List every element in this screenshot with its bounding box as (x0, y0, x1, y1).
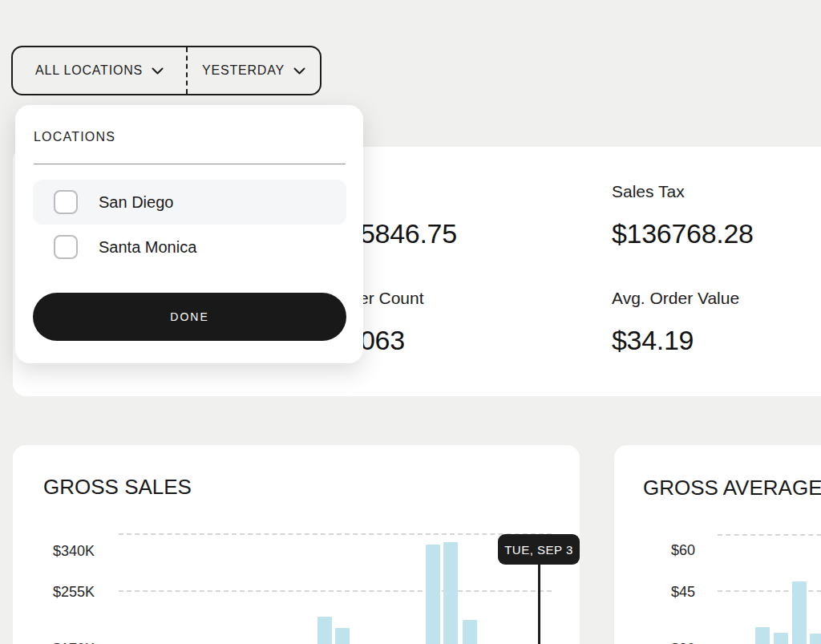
date-filter-label: YESTERDAY (202, 63, 285, 78)
filter-bar: ALL LOCATIONS YESTERDAY (11, 46, 322, 95)
dashboard-page: 5846.75 er Count 063 Sales Tax $136768.2… (0, 0, 821, 644)
gridline-340k (119, 533, 552, 535)
stat-avg-order-value-label: Avg. Order Value (612, 289, 739, 308)
location-option-santa-monica[interactable]: Santa Monica (33, 225, 346, 269)
stat-sales-tax-label: Sales Tax (612, 182, 685, 201)
locations-dropdown-panel: LOCATIONS San Diego Santa Monica DONE (15, 105, 363, 363)
gridline-255k (119, 590, 552, 592)
done-button-label: DONE (170, 310, 208, 323)
location-option-san-diego[interactable]: San Diego (33, 180, 346, 225)
santa-monica-checkbox[interactable] (54, 235, 78, 259)
chevron-down-icon (293, 67, 305, 75)
date-filter-button[interactable]: YESTERDAY (188, 47, 320, 94)
panel-divider (34, 164, 346, 164)
gridline-60 (718, 534, 821, 536)
y-tick-340k: $340K (37, 543, 95, 560)
santa-monica-label: Santa Monica (99, 238, 196, 257)
y-tick-255k: $255K (37, 584, 95, 601)
chevron-down-icon (152, 67, 164, 75)
locations-panel-title: LOCATIONS (34, 130, 115, 144)
gross-average-chart-title: GROSS AVERAGE S (643, 476, 821, 500)
locations-filter-button[interactable]: ALL LOCATIONS (13, 47, 186, 94)
san-diego-label: San Diego (99, 193, 173, 212)
y-tick-60: $60 (655, 542, 695, 559)
locations-filter-label: ALL LOCATIONS (35, 63, 143, 78)
chart-tooltip-marker-line (538, 565, 540, 644)
y-tick-30-clipped: $30 (655, 641, 695, 644)
stat-sales-tax-value: $136768.28 (612, 218, 754, 249)
gross-sales-chart-title: GROSS SALES (43, 475, 192, 500)
stat-order-count-label-partial: er Count (359, 289, 424, 308)
san-diego-checkbox[interactable] (54, 190, 78, 214)
y-tick-170k-clipped: $170K (37, 641, 95, 644)
chart-tooltip: TUE, SEP 3 (498, 534, 580, 565)
gridline-45 (718, 590, 821, 592)
done-button[interactable]: DONE (33, 293, 346, 341)
stat-avg-order-value-value: $34.19 (612, 325, 694, 356)
chart-tooltip-date: TUE, SEP 3 (504, 543, 573, 557)
stat-order-count-value-partial: 063 (360, 325, 405, 356)
y-tick-45: $45 (655, 584, 695, 601)
stat-gross-sales-value-partial: 5846.75 (360, 218, 457, 249)
